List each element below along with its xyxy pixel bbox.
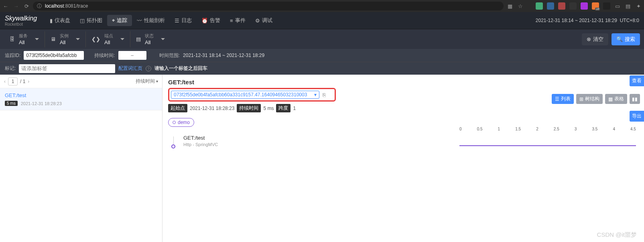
sort-select[interactable]: 持续时间 ▾ [136,78,158,85]
trace-icon: ⌖ [112,17,115,24]
timeline-axis: 0 0.5 1 1.5 2 2.5 3 3.5 4 4.5 [459,127,636,146]
table-icon: ▦ [608,96,613,102]
star-icon[interactable]: ☆ [517,3,524,9]
duration-input[interactable] [118,51,146,60]
dur-value: 5 ms [263,106,274,111]
nav-topo[interactable]: ◫拓扑图 [75,15,107,26]
tag-hint: 请输入一个标签之后回车 [154,65,207,72]
trace-id-input[interactable] [24,51,84,60]
nav-dashboard[interactable]: ▮仪表盘 [45,15,75,26]
url-host: localhost [45,3,64,9]
params-row-2: 标记: 配置词汇页 ? 请输入一个标签之后回车 [0,62,644,75]
dur-label: 持续时间 [237,104,261,112]
page-prev[interactable]: ‹ [4,79,6,84]
ext-icon-1[interactable] [536,2,543,10]
nav-event[interactable]: ≡事件 [225,15,250,26]
back-icon[interactable]: ← [2,3,9,9]
nav-alarm[interactable]: ⏰告警 [197,15,225,26]
span-bar[interactable] [459,145,636,146]
circle-icon [173,121,176,124]
ext-icon-4[interactable] [569,2,577,10]
list-icon: ☰ [555,96,559,102]
list-header: ‹ 1 / 1 › 持续时间 ▾ [0,75,162,88]
chevron-down-icon [76,38,80,40]
trace-id-box: 073f2f55de0b4fa5afcbb60a331c9157.47.1640… [168,88,336,102]
info-icon[interactable]: ⓘ [36,3,43,9]
tag-input[interactable] [19,64,115,73]
code-icon: ❮❯ [91,36,100,42]
filter-state[interactable]: ▤ 状态All [130,31,171,47]
ext-icon-5[interactable] [581,2,588,10]
copy-icon[interactable]: ⎘ [323,92,326,98]
page-current[interactable]: 1 [8,77,18,85]
trace-list-item[interactable]: GET:/test 5 ms 2021-12-31 18:28:23 [0,88,162,110]
alarm-icon: ⏰ [201,18,208,24]
topo-icon: ◫ [80,18,85,24]
see-button[interactable]: 查看 [630,75,644,86]
trace-id-select[interactable]: 073f2f55de0b4fa5afcbb60a331c9157.47.1640… [171,91,319,99]
start-value: 2021-12-31 18:28:23 [190,106,234,111]
reload-icon[interactable]: ⟳ [23,3,30,9]
pager: ‹ 1 / 1 › [4,77,29,85]
db-icon: 🗄 [10,36,15,42]
puzzle-icon[interactable]: ✦ [635,3,642,9]
ext-icon-2[interactable] [547,2,554,10]
trace-list-panel: ‹ 1 / 1 › 持续时间 ▾ GET:/test 5 ms 2021-12-… [0,75,163,242]
nav-profile[interactable]: 〰性能剖析 [132,15,170,26]
search-icon: 🔍 [616,36,623,42]
view-list-button[interactable]: ☰列表 [552,94,574,104]
span-name: GET:/test [183,135,218,141]
grid-icon[interactable]: ▦ [507,3,513,9]
forward-icon[interactable]: → [13,3,19,9]
page-total: / 1 [20,79,25,84]
view-table-button[interactable]: ▦表格 [605,94,627,104]
clear-button[interactable]: ⊗清空 [582,33,608,45]
service-tag[interactable]: demo [168,118,194,127]
nav-trace[interactable]: ⌖追踪 [107,15,132,26]
trace-item-name: GET:/test [5,92,157,98]
trace-id-label: 追踪ID: [5,52,20,59]
close-icon: ⊗ [587,36,591,42]
chevron-down-icon [120,38,124,40]
qr-icon[interactable]: ▤ [625,3,631,9]
log-icon: ☰ [175,18,179,24]
header-timerange[interactable]: 2021-12-31 18:14 ~ 2021-12-31 18:29 UTC+… [536,18,639,23]
chat-icon[interactable]: ▭ [614,3,621,9]
browser-right-icons: ▦ ☆ off ▭ ▤ ✦ [507,2,642,10]
search-button[interactable]: 🔍搜索 [611,33,640,45]
url-path: /trace [76,3,88,9]
main-area: ‹ 1 / 1 › 持续时间 ▾ GET:/test 5 ms 2021-12-… [0,75,644,242]
chevron-down-icon: ▾ [314,92,317,98]
filter-instance[interactable]: 🖥 实例All [45,31,86,47]
bar-icon: ▮▮ [632,96,638,102]
view-buttons: ☰列表 ⊞树结构 ▦表格 ▮▮ [552,94,640,104]
chevron-down-icon [35,38,39,40]
trace-detail-panel: 查看 GET:/test 073f2f55de0b4fa5afcbb60a331… [163,75,644,242]
view-stats-button[interactable]: ▮▮ [630,94,640,104]
view-tree-button[interactable]: ⊞树结构 [576,94,603,104]
filter-endpoint[interactable]: ❮❯ 端点All [86,31,130,47]
ext-icon-7[interactable] [603,2,610,10]
ext-icon-3[interactable] [558,2,565,10]
trace-item-duration: 5 ms [5,101,18,106]
help-icon[interactable]: ? [146,66,151,71]
meta-row: 起始点 2021-12-31 18:28:23 持续时间 5 ms 跨度 1 [168,104,638,112]
watermark: CSDN @it噩梦 [597,231,637,239]
timerange-label: 时间范围: [159,52,180,59]
nav-log[interactable]: ☰日志 [170,15,197,26]
url-bar[interactable]: ⓘ localhost:8081/trace [33,2,504,10]
filter-service[interactable]: 🗄 服务All [4,31,45,47]
chart-icon: ▮ [50,18,53,24]
word-link[interactable]: 配置词汇页 [118,65,142,72]
chevron-down-icon: ▾ [156,79,158,83]
span-label: 跨度 [276,104,291,112]
page-next[interactable]: › [28,79,29,84]
duration-label: 持续时间: [94,52,115,59]
ext-icon-6[interactable]: off [592,2,599,10]
pulse-icon: 〰 [137,18,142,24]
nav-debug[interactable]: ⚙调试 [250,15,277,26]
tree-icon: ⊞ [579,96,583,102]
params-row-1: 追踪ID: 持续时间: 时间范围: 2021-12-31 18:14 ~ 202… [0,49,644,62]
export-button[interactable]: 导出 [630,111,644,122]
logo[interactable]: Skywalking Rocketbot [5,15,37,26]
